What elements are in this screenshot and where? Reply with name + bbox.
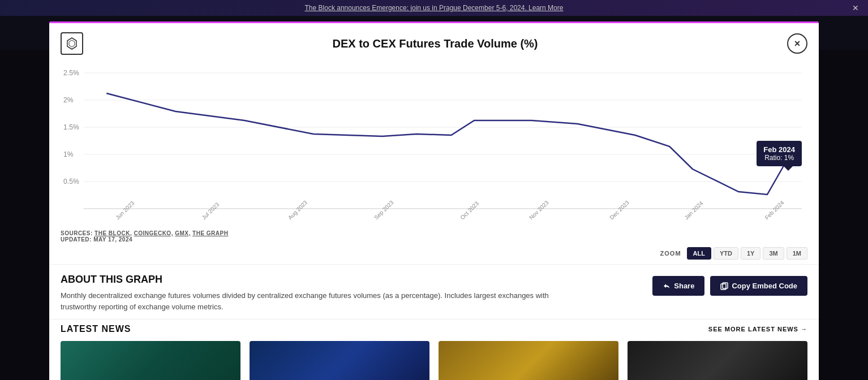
copy-icon <box>720 282 728 290</box>
zoom-label: ZOOM <box>660 250 681 257</box>
latest-news-title: LATEST NEWS <box>61 324 131 334</box>
zoom-ytd-button[interactable]: YTD <box>714 247 738 260</box>
news-card-1[interactable] <box>61 341 240 380</box>
svg-point-22 <box>787 151 793 158</box>
zoom-controls: ZOOM ALL YTD 1Y 3M 1M <box>49 245 819 264</box>
share-icon <box>663 282 671 290</box>
modal-title: DEX to CEX Futures Trade Volume (%) <box>83 37 787 50</box>
modal-logo <box>61 32 83 55</box>
sources-section: SOURCES: THE BLOCK, COINGECKO, GMX, THE … <box>49 226 819 245</box>
modal-dialog: DEX to CEX Futures Trade Volume (%) × 2.… <box>49 21 819 380</box>
source-the-graph[interactable]: THE GRAPH <box>192 230 228 236</box>
news-card-4[interactable] <box>628 341 807 380</box>
svg-text:Jul 2023: Jul 2023 <box>200 201 220 221</box>
svg-text:1%: 1% <box>63 150 74 158</box>
chart-container: 2.5% 2% 1.5% 1% 0.5% Jun 2023 Jul 2023 A… <box>49 62 819 226</box>
zoom-1y-button[interactable]: 1Y <box>741 247 760 260</box>
source-gmx[interactable]: GMX, <box>175 230 191 236</box>
news-grid <box>61 341 807 380</box>
sources-label: SOURCES: <box>61 230 93 236</box>
svg-text:Aug 2023: Aug 2023 <box>287 199 309 221</box>
zoom-3m-button[interactable]: 3M <box>763 247 784 260</box>
share-button[interactable]: Share <box>652 276 704 296</box>
svg-text:Oct 2023: Oct 2023 <box>459 200 480 221</box>
about-text-col: ABOUT THIS GRAPH Monthly decentralized e… <box>61 274 641 312</box>
latest-news-header: LATEST NEWS SEE MORE LATEST NEWS → <box>61 324 807 334</box>
modal-overlay: DEX to CEX Futures Trade Volume (%) × 2.… <box>0 16 868 380</box>
banner-close[interactable]: ✕ <box>852 3 859 12</box>
svg-marker-0 <box>67 38 76 49</box>
zoom-all-button[interactable]: ALL <box>687 247 711 260</box>
svg-text:2.5%: 2.5% <box>63 69 79 77</box>
svg-text:Feb 2024: Feb 2024 <box>764 200 785 221</box>
news-card-3[interactable] <box>439 341 618 380</box>
svg-text:1.5%: 1.5% <box>63 123 79 131</box>
modal-header: DEX to CEX Futures Trade Volume (%) × <box>49 23 819 62</box>
chart-svg: 2.5% 2% 1.5% 1% 0.5% Jun 2023 Jul 2023 A… <box>61 67 807 226</box>
zoom-1m-button[interactable]: 1M <box>787 247 807 260</box>
svg-marker-1 <box>69 40 75 47</box>
modal-close-button[interactable]: × <box>787 33 807 54</box>
about-title: ABOUT THIS GRAPH <box>61 274 641 286</box>
latest-news-section: LATEST NEWS SEE MORE LATEST NEWS → <box>49 319 819 380</box>
logo-icon <box>65 37 79 50</box>
banner-link[interactable]: The Block announces Emergence: join us i… <box>305 4 564 12</box>
updated-label: UPDATED: <box>61 236 92 243</box>
svg-text:Nov 2023: Nov 2023 <box>528 199 550 221</box>
svg-text:Sep 2023: Sep 2023 <box>373 199 395 221</box>
svg-text:Jan 2024: Jan 2024 <box>683 200 704 221</box>
svg-text:0.5%: 0.5% <box>63 178 79 185</box>
about-section: ABOUT THIS GRAPH Monthly decentralized e… <box>49 264 819 319</box>
about-actions: Share Copy Embed Code <box>652 276 807 296</box>
about-description: Monthly decentralized exchange futures v… <box>61 290 570 312</box>
svg-text:Jun 2023: Jun 2023 <box>114 200 136 221</box>
source-the-block[interactable]: THE BLOCK, <box>94 230 132 236</box>
copy-embed-button[interactable]: Copy Embed Code <box>710 276 807 296</box>
chart-svg-wrapper: 2.5% 2% 1.5% 1% 0.5% Jun 2023 Jul 2023 A… <box>61 67 807 226</box>
svg-text:Dec 2023: Dec 2023 <box>608 199 630 221</box>
svg-text:2%: 2% <box>63 96 74 104</box>
updated-date: MAY 17, 2024 <box>93 236 132 243</box>
source-coingecko[interactable]: COINGECKO, <box>134 230 173 236</box>
see-more-link[interactable]: SEE MORE LATEST NEWS → <box>708 326 807 332</box>
news-card-2[interactable] <box>250 341 429 380</box>
top-banner: The Block announces Emergence: join us i… <box>0 0 868 16</box>
